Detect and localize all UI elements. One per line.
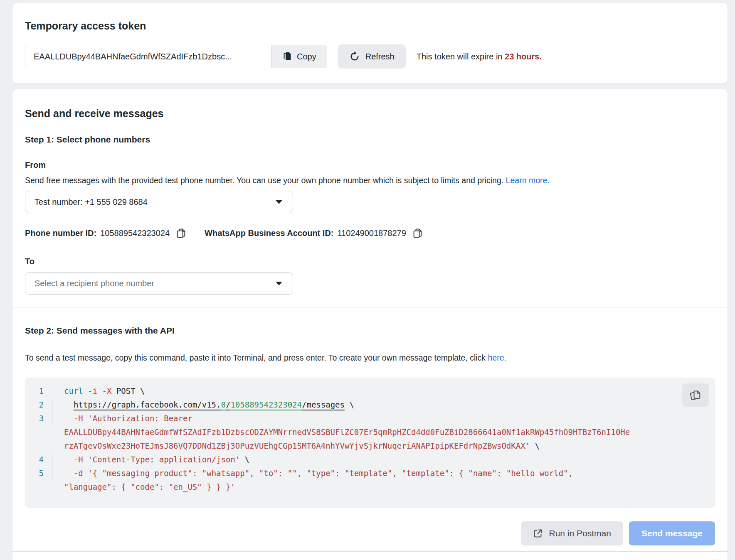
code-line-text: -d '{ "messaging_product": "whatsapp", "…: [52, 467, 573, 480]
from-label: From: [25, 160, 715, 170]
from-number-select[interactable]: Test number: +1 555 029 8684: [25, 191, 293, 213]
token-input-group: Copy: [25, 45, 327, 68]
from-help-text: Send free messages with the provided tes…: [25, 175, 715, 186]
from-help-body: Send free messages with the provided tes…: [25, 176, 503, 185]
token-expiry-prefix: This token will expire in: [417, 52, 503, 61]
token-expiry-duration: 23 hours.: [505, 52, 542, 61]
copy-icon: [176, 228, 186, 238]
copy-icon: [412, 228, 423, 238]
code-line-text: https://graph.facebook.com/v15.0/1058895…: [52, 398, 354, 412]
code-line-number: [25, 480, 52, 494]
ids-row: Phone number ID: 105889542323024 WhatsAp…: [25, 228, 715, 238]
send-message-button[interactable]: Send message: [629, 521, 715, 545]
access-token-input[interactable]: [25, 45, 271, 68]
refresh-icon: [349, 51, 360, 62]
code-line: 4 -H 'Content-Type: application/json' \: [25, 453, 715, 467]
code-line: "language": { "code": "en_US" } } }': [25, 480, 715, 494]
chevron-down-icon: [276, 282, 282, 285]
code-line-number: 3: [25, 412, 52, 425]
step2-help-body: To send a test message, copy this comman…: [25, 353, 486, 362]
curl-command-code-block: 1curl -i -X POST \2 https://graph.facebo…: [25, 378, 715, 508]
learn-more-link[interactable]: Learn more.: [506, 176, 550, 185]
actions-row: Run in Postman Send message: [25, 521, 715, 545]
send-receive-messages-card: Send and receive messages Step 1: Select…: [12, 89, 728, 560]
code-line: 3 -H 'Authorization: Bearer: [25, 412, 715, 425]
code-line-text: curl -i -X POST \: [52, 384, 145, 398]
token-row: Copy Refresh This token will expire in 2…: [25, 44, 715, 69]
code-line-text: rzATgevOsWxe23HoTEJmsJ86VQ7DDNd1ZBj3OPuz…: [52, 439, 540, 453]
phone-number-id-value: 105889542323024: [100, 228, 170, 238]
code-line: rzATgevOsWxe23HoTEJmsJ86VQ7DDNd1ZBj3OPuz…: [25, 439, 715, 453]
external-link-icon: [533, 528, 543, 538]
code-line-number: [25, 425, 52, 439]
send-card-title: Send and receive messages: [25, 108, 715, 120]
whatsapp-api-setup-page: Temporary access token Copy Refresh This…: [0, 3, 735, 560]
code-line-number: 4: [25, 453, 52, 467]
waba-id-group: WhatsApp Business Account ID: 1102490018…: [205, 228, 423, 238]
code-line-text: -H 'Authorization: Bearer: [52, 412, 192, 425]
from-number-selected-value: Test number: +1 555 029 8684: [35, 197, 148, 207]
code-lines: 1curl -i -X POST \2 https://graph.facebo…: [25, 384, 715, 494]
to-label: To: [25, 257, 715, 266]
to-number-placeholder: Select a recipient phone number: [35, 279, 154, 288]
section-divider: [12, 307, 728, 307]
code-line: 5 -d '{ "messaging_product": "whatsapp",…: [25, 467, 715, 480]
code-line: 2 https://graph.facebook.com/v15.0/10588…: [25, 398, 715, 412]
waba-id-value: 110249001878279: [337, 228, 406, 238]
code-line-text: EAALLDUBpy44BAHNfaeGdmfWfSZAdIFzb1DzbscO…: [52, 425, 630, 439]
refresh-button-label: Refresh: [365, 52, 395, 61]
copy-waba-id-button[interactable]: [412, 228, 423, 238]
copy-button-label: Copy: [297, 52, 316, 61]
phone-number-id-label: Phone number ID:: [25, 228, 96, 238]
code-line-text: "language": { "code": "en_US" } } }': [52, 480, 235, 494]
run-in-postman-label: Run in Postman: [549, 528, 611, 538]
step1-heading: Step 1: Select phone numbers: [25, 135, 715, 145]
code-line-number: [25, 439, 52, 453]
run-in-postman-button[interactable]: Run in Postman: [521, 521, 623, 545]
copy-code-button[interactable]: [682, 383, 709, 407]
refresh-token-button[interactable]: Refresh: [338, 44, 406, 69]
bottom-divider: [12, 551, 728, 552]
step2-help-text: To send a test message, copy this comman…: [25, 352, 715, 363]
step2-heading: Step 2: Send messages with the API: [25, 326, 715, 336]
code-line-text: -H 'Content-Type: application/json' \: [52, 453, 249, 467]
code-line-number: 1: [25, 384, 52, 398]
copy-phone-id-button[interactable]: [176, 228, 186, 238]
waba-id-label: WhatsApp Business Account ID:: [205, 228, 333, 238]
code-line-number: 5: [25, 467, 52, 480]
to-number-select[interactable]: Select a recipient phone number: [25, 272, 293, 295]
chevron-down-icon: [276, 200, 282, 204]
token-card-title: Temporary access token: [25, 20, 715, 32]
temporary-access-token-card: Temporary access token Copy Refresh This…: [12, 3, 728, 84]
phone-number-id-group: Phone number ID: 105889542323024: [25, 228, 186, 238]
code-line: 1curl -i -X POST \: [25, 384, 715, 398]
code-line-number: 2: [25, 398, 52, 412]
code-line: EAALLDUBpy44BAHNfaeGdmfWfSZAdIFzb1DzbscO…: [25, 425, 715, 439]
here-link[interactable]: here.: [488, 353, 506, 362]
copy-token-button[interactable]: Copy: [271, 45, 327, 68]
send-message-label: Send message: [641, 528, 703, 538]
copy-pages-icon: [689, 388, 702, 402]
copy-icon: [282, 52, 292, 61]
token-expiry-text: This token will expire in 23 hours.: [417, 52, 542, 61]
